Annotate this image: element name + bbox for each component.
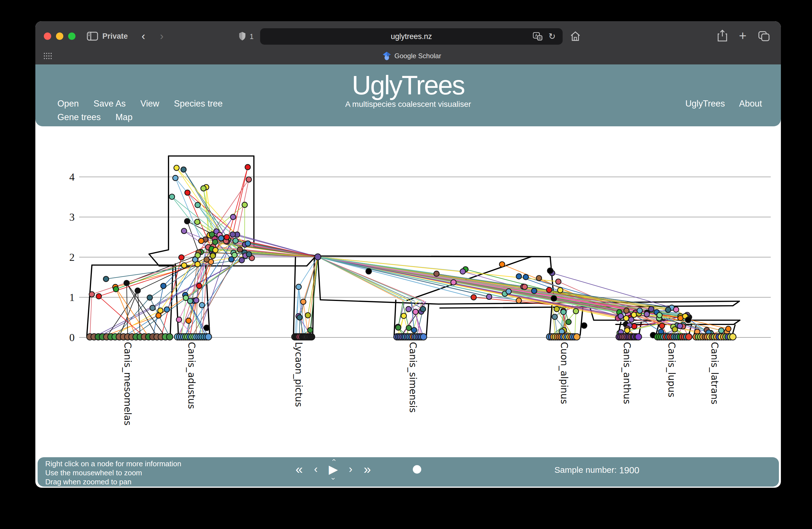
menu-map[interactable]: Map (115, 112, 132, 122)
home-icon[interactable] (570, 31, 581, 41)
svg-text:Canis_latrans: Canis_latrans (709, 342, 720, 405)
forward-button[interactable]: › (160, 30, 164, 42)
bookmark-google-scholar[interactable]: Google Scholar (382, 51, 441, 61)
sidebar-toggle-icon[interactable] (87, 32, 98, 41)
browser-window: Private ‹ › 1 uglytrees.nz A x ↻ (35, 21, 781, 488)
usage-hints: Right click on a node for more informati… (45, 459, 181, 486)
svg-text:1: 1 (69, 291, 75, 303)
site-title: UglyTrees (35, 70, 781, 101)
site-header: UglyTrees A multispecies coalescent visu… (35, 64, 781, 126)
svg-text:2: 2 (69, 251, 75, 263)
private-browsing-label: Private (102, 32, 128, 41)
share-icon[interactable] (717, 30, 727, 42)
sample-number-label: Sample number: (554, 465, 617, 475)
svg-text:Cuon_alpinus: Cuon_alpinus (559, 342, 570, 404)
step-back-button[interactable]: ‹ (314, 463, 318, 475)
address-bar-url: uglytrees.nz (260, 28, 563, 45)
play-button[interactable]: ▶ (329, 462, 338, 476)
app-grid-icon[interactable] (43, 52, 52, 60)
menu-species-tree[interactable]: Species tree (174, 99, 222, 109)
skip-to-start-button[interactable]: « (295, 461, 303, 477)
bookmark-label: Google Scholar (394, 52, 441, 60)
secondary-menu: UglyTrees About (685, 99, 762, 109)
menu-open[interactable]: Open (57, 99, 79, 109)
menu-about[interactable]: About (739, 99, 762, 109)
hint-line: Right click on a node for more informati… (45, 459, 181, 468)
svg-text:Canis_adustus: Canis_adustus (186, 342, 197, 409)
hint-line: Use the mousewheel to zoom (45, 468, 181, 477)
svg-text:x: x (539, 36, 540, 40)
address-bar[interactable]: uglytrees.nz A x ↻ (260, 28, 563, 45)
sample-slider-handle[interactable] (413, 465, 421, 474)
tree-visualization-canvas[interactable]: 01234Canis_mesomelasCanis_adustusLycaon_… (35, 126, 781, 457)
zoom-window-button[interactable] (68, 32, 75, 40)
browser-toolbar: Private ‹ › 1 uglytrees.nz A x ↻ (35, 21, 781, 64)
menu-view[interactable]: View (141, 99, 159, 109)
hint-line: Drag when zoomed to pan (45, 477, 181, 486)
new-tab-icon[interactable]: + (739, 28, 747, 43)
minimize-window-button[interactable] (56, 32, 63, 40)
close-window-button[interactable] (44, 32, 51, 40)
svg-text:Lycaon_pictus: Lycaon_pictus (293, 342, 304, 407)
sample-number-value: 1900 (619, 465, 639, 475)
svg-text:Canis_mesomelas: Canis_mesomelas (122, 342, 133, 426)
svg-text:Canis_simensis: Canis_simensis (407, 342, 418, 413)
reload-icon[interactable]: ↻ (549, 31, 555, 41)
shield-count: 1 (250, 32, 253, 41)
menu-uglytrees-home[interactable]: UglyTrees (685, 99, 725, 109)
back-button[interactable]: ‹ (142, 30, 145, 42)
main-menu-row-2: Gene trees Map (57, 112, 133, 122)
menu-save-as[interactable]: Save As (93, 99, 126, 109)
svg-text:0: 0 (69, 332, 75, 343)
menu-gene-trees[interactable]: Gene trees (57, 112, 101, 122)
svg-text:Canis_lupus: Canis_lupus (666, 342, 677, 397)
translate-icon[interactable]: A x (533, 32, 542, 41)
privacy-shield-icon[interactable] (238, 32, 246, 41)
tab-overview-icon[interactable] (758, 31, 770, 41)
google-scholar-icon (382, 51, 391, 61)
skip-to-end-button[interactable]: » (364, 461, 371, 477)
site-footer: Right click on a node for more informati… (38, 457, 779, 487)
svg-text:Canis_anthus: Canis_anthus (621, 342, 633, 404)
svg-text:4: 4 (69, 171, 75, 183)
svg-text:3: 3 (69, 211, 75, 223)
step-forward-button[interactable]: › (349, 463, 352, 475)
nudge-down-button[interactable]: › (332, 474, 335, 483)
main-menu-row-1: Open Save As View Species tree (57, 99, 223, 109)
